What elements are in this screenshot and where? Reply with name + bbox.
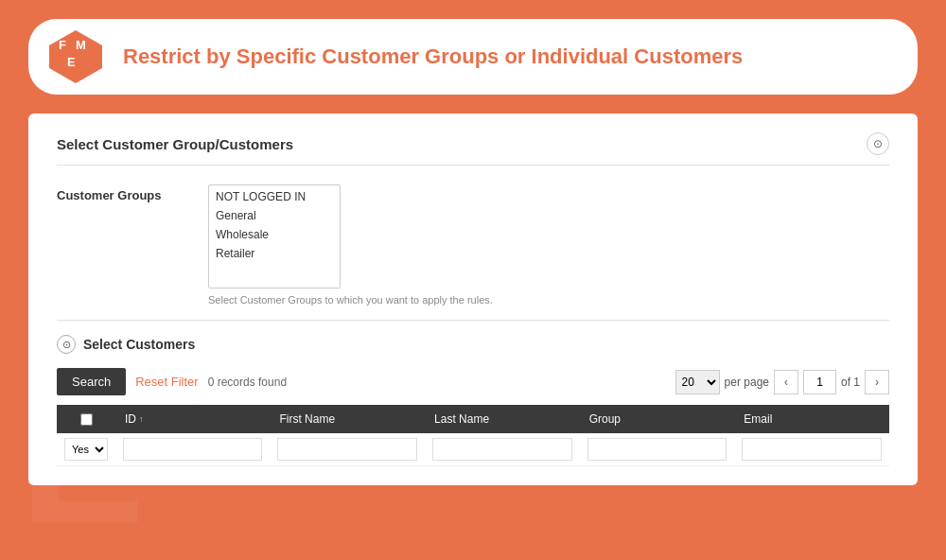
option-not-logged-in[interactable]: NOT LOGGED IN <box>211 187 338 206</box>
option-retailer[interactable]: Retailer <box>211 244 338 263</box>
table-body: Yes No <box>57 433 889 466</box>
last-name-column-header: Last Name <box>425 405 580 433</box>
next-page-button[interactable]: › <box>865 370 889 394</box>
id-column-header: ID ↑ <box>115 405 270 433</box>
per-page-label: per page <box>725 376 769 389</box>
customer-groups-content: NOT LOGGED IN General Wholesale Retailer… <box>208 184 889 306</box>
fme-logo: F M E <box>47 28 104 85</box>
section-collapse-icon[interactable]: ⊙ <box>57 335 76 354</box>
svg-text:E: E <box>67 55 76 69</box>
filter-group-input[interactable] <box>587 438 727 461</box>
group-label: Group <box>589 412 621 426</box>
table-header-row: ID ↑ First Name Last Name Group Email <box>57 405 889 433</box>
last-name-label: Last Name <box>434 412 489 426</box>
filter-first-name-cell <box>270 433 425 466</box>
yes-dropdown[interactable]: Yes No <box>64 438 108 461</box>
filter-checkbox-cell: Yes No <box>57 433 115 466</box>
first-name-column-header: First Name <box>270 405 425 433</box>
option-wholesale[interactable]: Wholesale <box>211 225 338 244</box>
customer-groups-hint: Select Customer Groups to which you want… <box>208 294 889 306</box>
card-title: Select Customer Group/Customers <box>57 136 293 152</box>
filter-email-input[interactable] <box>742 438 882 461</box>
pagination: 20 50 100 per page ‹ of 1 › <box>675 370 889 394</box>
page-title: Restrict by Specific Customer Groups or … <box>123 44 743 69</box>
filter-row: Yes No <box>57 433 889 466</box>
filter-first-name-input[interactable] <box>277 438 417 461</box>
page-header: F M E Restrict by Specific Customer Grou… <box>28 19 918 95</box>
page-of-label: of 1 <box>841 376 860 389</box>
table-header: ID ↑ First Name Last Name Group Email <box>57 405 889 433</box>
select-all-checkbox[interactable] <box>80 413 93 426</box>
filter-group-cell <box>580 433 735 466</box>
group-column-header: Group <box>580 405 735 433</box>
reset-filter-button[interactable]: Reset Filter <box>135 375 198 389</box>
email-column-header: Email <box>734 405 889 433</box>
customer-groups-select[interactable]: NOT LOGGED IN General Wholesale Retailer <box>208 184 341 289</box>
card-header: Select Customer Group/Customers ⊙ <box>57 132 889 166</box>
section-divider <box>57 320 889 321</box>
select-customers-title: Select Customers <box>83 337 195 352</box>
prev-page-button[interactable]: ‹ <box>774 370 798 394</box>
main-card: Select Customer Group/Customers ⊙ Custom… <box>28 114 918 485</box>
checkbox-header <box>57 405 115 433</box>
id-label: ID <box>125 412 136 426</box>
email-label: Email <box>744 412 772 426</box>
search-button[interactable]: Search <box>57 368 126 395</box>
page-number-input[interactable] <box>803 370 836 394</box>
search-toolbar: Search Reset Filter 0 records found 20 5… <box>57 368 889 395</box>
id-sort-arrow: ↑ <box>139 414 144 424</box>
filter-id-input[interactable] <box>123 438 262 461</box>
records-count: 0 records found <box>208 376 287 389</box>
collapse-button[interactable]: ⊙ <box>867 132 889 155</box>
filter-email-cell <box>734 433 889 466</box>
first-name-label: First Name <box>279 412 335 426</box>
svg-text:M: M <box>76 38 86 52</box>
svg-text:F: F <box>59 38 66 52</box>
select-customers-header: ⊙ Select Customers <box>57 335 889 354</box>
filter-id-cell <box>115 433 270 466</box>
filter-last-name-cell <box>425 433 580 466</box>
customer-groups-row: Customer Groups NOT LOGGED IN General Wh… <box>57 184 889 306</box>
option-general[interactable]: General <box>211 206 338 225</box>
per-page-select[interactable]: 20 50 100 <box>675 370 720 394</box>
customers-table: ID ↑ First Name Last Name Group Email <box>57 405 889 466</box>
filter-last-name-input[interactable] <box>432 438 572 461</box>
customer-groups-label: Customer Groups <box>57 184 208 202</box>
